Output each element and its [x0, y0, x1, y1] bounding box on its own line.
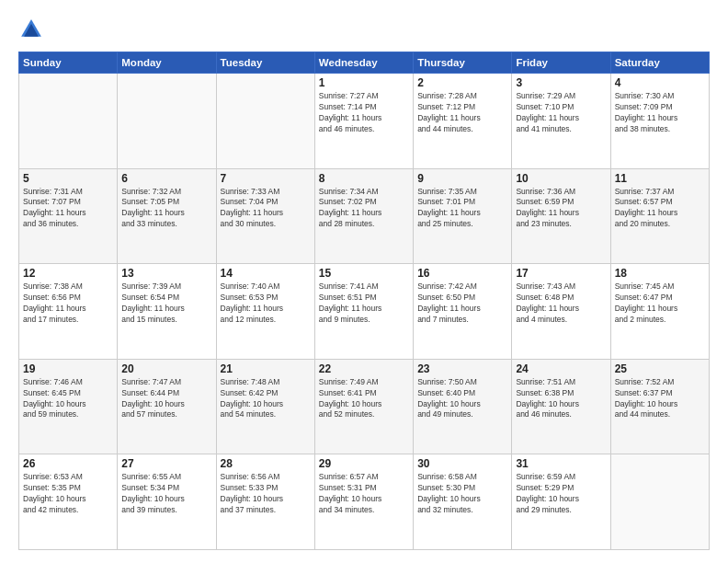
calendar-cell: 23Sunrise: 7:50 AM Sunset: 6:40 PM Dayli… — [414, 359, 512, 454]
calendar-cell: 26Sunrise: 6:53 AM Sunset: 5:35 PM Dayli… — [19, 454, 118, 550]
calendar-cell: 18Sunrise: 7:45 AM Sunset: 6:47 PM Dayli… — [610, 264, 709, 360]
calendar-week-row: 5Sunrise: 7:31 AM Sunset: 7:07 PM Daylig… — [19, 168, 710, 264]
day-number: 7 — [221, 172, 311, 185]
day-info: Sunrise: 7:36 AM Sunset: 6:59 PM Dayligh… — [516, 187, 606, 231]
day-number: 8 — [319, 172, 409, 185]
day-info: Sunrise: 7:29 AM Sunset: 7:10 PM Dayligh… — [516, 91, 606, 135]
day-info: Sunrise: 7:34 AM Sunset: 7:02 PM Dayligh… — [319, 187, 409, 231]
day-info: Sunrise: 7:46 AM Sunset: 6:45 PM Dayligh… — [23, 377, 113, 421]
calendar-week-row: 19Sunrise: 7:46 AM Sunset: 6:45 PM Dayli… — [19, 359, 710, 454]
day-number: 31 — [516, 457, 606, 470]
calendar-cell: 8Sunrise: 7:34 AM Sunset: 7:02 PM Daylig… — [314, 168, 413, 264]
day-number: 16 — [417, 267, 507, 280]
day-number: 29 — [319, 457, 409, 470]
calendar-day-header: Saturday — [610, 52, 709, 74]
day-info: Sunrise: 7:50 AM Sunset: 6:40 PM Dayligh… — [417, 377, 507, 421]
calendar-cell: 12Sunrise: 7:38 AM Sunset: 6:56 PM Dayli… — [19, 264, 118, 360]
calendar-cell — [216, 74, 314, 169]
day-number: 18 — [615, 267, 705, 280]
day-info: Sunrise: 7:43 AM Sunset: 6:48 PM Dayligh… — [516, 282, 606, 326]
day-info: Sunrise: 7:49 AM Sunset: 6:41 PM Dayligh… — [319, 377, 409, 421]
logo — [18, 17, 48, 42]
day-info: Sunrise: 7:27 AM Sunset: 7:14 PM Dayligh… — [319, 91, 409, 135]
day-info: Sunrise: 7:35 AM Sunset: 7:01 PM Dayligh… — [417, 187, 507, 231]
day-info: Sunrise: 7:28 AM Sunset: 7:12 PM Dayligh… — [417, 91, 507, 135]
day-number: 28 — [221, 457, 311, 470]
day-info: Sunrise: 7:42 AM Sunset: 6:50 PM Dayligh… — [417, 282, 507, 326]
day-number: 23 — [417, 362, 507, 375]
day-info: Sunrise: 7:39 AM Sunset: 6:54 PM Dayligh… — [121, 282, 211, 326]
calendar-cell: 28Sunrise: 6:56 AM Sunset: 5:33 PM Dayli… — [216, 454, 314, 550]
day-number: 10 — [516, 172, 606, 185]
day-info: Sunrise: 6:55 AM Sunset: 5:34 PM Dayligh… — [121, 472, 211, 516]
calendar-cell: 21Sunrise: 7:48 AM Sunset: 6:42 PM Dayli… — [216, 359, 314, 454]
day-number: 4 — [615, 76, 705, 89]
day-number: 27 — [121, 457, 211, 470]
calendar-cell: 14Sunrise: 7:40 AM Sunset: 6:53 PM Dayli… — [216, 264, 314, 360]
day-number: 15 — [319, 267, 409, 280]
calendar-cell: 19Sunrise: 7:46 AM Sunset: 6:45 PM Dayli… — [19, 359, 118, 454]
calendar-cell: 29Sunrise: 6:57 AM Sunset: 5:31 PM Dayli… — [314, 454, 413, 550]
day-number: 6 — [121, 172, 211, 185]
calendar-cell: 1Sunrise: 7:27 AM Sunset: 7:14 PM Daylig… — [314, 74, 413, 169]
calendar-week-row: 12Sunrise: 7:38 AM Sunset: 6:56 PM Dayli… — [19, 264, 710, 360]
calendar-table: SundayMondayTuesdayWednesdayThursdayFrid… — [18, 52, 710, 550]
calendar-header-row: SundayMondayTuesdayWednesdayThursdayFrid… — [19, 52, 710, 74]
calendar-cell: 20Sunrise: 7:47 AM Sunset: 6:44 PM Dayli… — [118, 359, 216, 454]
day-info: Sunrise: 7:37 AM Sunset: 6:57 PM Dayligh… — [615, 187, 705, 231]
day-number: 20 — [121, 362, 211, 375]
day-number: 17 — [516, 267, 606, 280]
header — [18, 17, 710, 42]
calendar-cell: 11Sunrise: 7:37 AM Sunset: 6:57 PM Dayli… — [610, 168, 709, 264]
calendar-week-row: 1Sunrise: 7:27 AM Sunset: 7:14 PM Daylig… — [19, 74, 710, 169]
day-number: 3 — [516, 76, 606, 89]
day-info: Sunrise: 7:41 AM Sunset: 6:51 PM Dayligh… — [319, 282, 409, 326]
calendar-day-header: Wednesday — [314, 52, 413, 74]
day-number: 12 — [23, 267, 113, 280]
calendar-cell: 30Sunrise: 6:58 AM Sunset: 5:30 PM Dayli… — [414, 454, 512, 550]
calendar-day-header: Friday — [512, 52, 610, 74]
calendar-day-header: Tuesday — [216, 52, 314, 74]
calendar-week-row: 26Sunrise: 6:53 AM Sunset: 5:35 PM Dayli… — [19, 454, 710, 550]
day-info: Sunrise: 7:45 AM Sunset: 6:47 PM Dayligh… — [615, 282, 705, 326]
day-info: Sunrise: 6:59 AM Sunset: 5:29 PM Dayligh… — [516, 472, 606, 516]
day-number: 24 — [516, 362, 606, 375]
day-info: Sunrise: 6:58 AM Sunset: 5:30 PM Dayligh… — [417, 472, 507, 516]
day-info: Sunrise: 7:32 AM Sunset: 7:05 PM Dayligh… — [121, 187, 211, 231]
day-number: 11 — [615, 172, 705, 185]
day-number: 14 — [221, 267, 311, 280]
day-number: 5 — [23, 172, 113, 185]
calendar-cell: 13Sunrise: 7:39 AM Sunset: 6:54 PM Dayli… — [118, 264, 216, 360]
calendar-cell: 5Sunrise: 7:31 AM Sunset: 7:07 PM Daylig… — [19, 168, 118, 264]
day-number: 30 — [417, 457, 507, 470]
calendar-cell: 3Sunrise: 7:29 AM Sunset: 7:10 PM Daylig… — [512, 74, 610, 169]
calendar-day-header: Thursday — [414, 52, 512, 74]
day-info: Sunrise: 7:47 AM Sunset: 6:44 PM Dayligh… — [121, 377, 211, 421]
day-number: 2 — [417, 76, 507, 89]
day-info: Sunrise: 7:51 AM Sunset: 6:38 PM Dayligh… — [516, 377, 606, 421]
calendar-day-header: Monday — [118, 52, 216, 74]
calendar-cell — [610, 454, 709, 550]
calendar-cell: 16Sunrise: 7:42 AM Sunset: 6:50 PM Dayli… — [414, 264, 512, 360]
calendar-cell: 25Sunrise: 7:52 AM Sunset: 6:37 PM Dayli… — [610, 359, 709, 454]
calendar-day-header: Sunday — [19, 52, 118, 74]
day-number: 13 — [121, 267, 211, 280]
calendar-cell: 31Sunrise: 6:59 AM Sunset: 5:29 PM Dayli… — [512, 454, 610, 550]
logo-icon — [18, 17, 44, 42]
day-info: Sunrise: 7:33 AM Sunset: 7:04 PM Dayligh… — [221, 187, 311, 231]
calendar-cell: 4Sunrise: 7:30 AM Sunset: 7:09 PM Daylig… — [610, 74, 709, 169]
day-number: 9 — [417, 172, 507, 185]
day-info: Sunrise: 7:40 AM Sunset: 6:53 PM Dayligh… — [221, 282, 311, 326]
day-info: Sunrise: 7:52 AM Sunset: 6:37 PM Dayligh… — [615, 377, 705, 421]
day-number: 22 — [319, 362, 409, 375]
day-info: Sunrise: 6:53 AM Sunset: 5:35 PM Dayligh… — [23, 472, 113, 516]
day-number: 19 — [23, 362, 113, 375]
day-info: Sunrise: 7:31 AM Sunset: 7:07 PM Dayligh… — [23, 187, 113, 231]
day-number: 25 — [615, 362, 705, 375]
day-info: Sunrise: 7:38 AM Sunset: 6:56 PM Dayligh… — [23, 282, 113, 326]
page: SundayMondayTuesdayWednesdayThursdayFrid… — [0, 0, 728, 563]
day-info: Sunrise: 7:30 AM Sunset: 7:09 PM Dayligh… — [615, 91, 705, 135]
day-info: Sunrise: 7:48 AM Sunset: 6:42 PM Dayligh… — [221, 377, 311, 421]
day-number: 26 — [23, 457, 113, 470]
calendar-cell: 27Sunrise: 6:55 AM Sunset: 5:34 PM Dayli… — [118, 454, 216, 550]
